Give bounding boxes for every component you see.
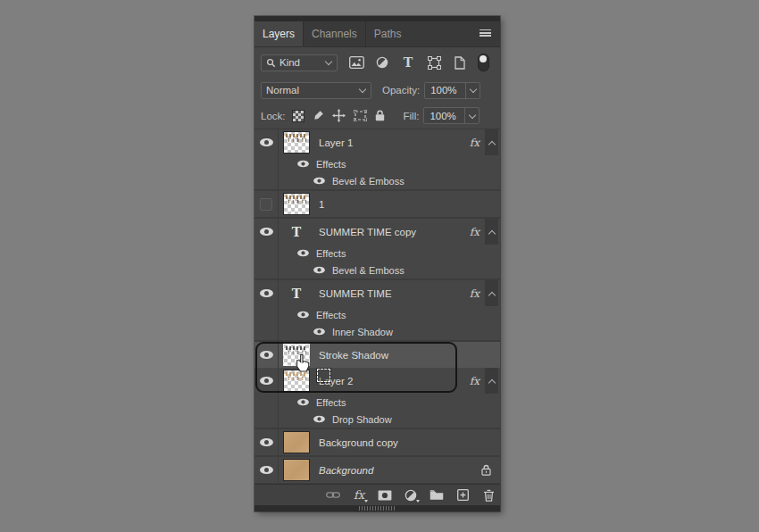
eye-icon (260, 138, 273, 146)
filter-type-buttons: T (346, 54, 489, 71)
effects-label: Effects (316, 310, 346, 320)
layer-thumbnail[interactable] (283, 344, 310, 366)
lock-transparency-icon[interactable] (292, 110, 304, 122)
collapse-effects-button[interactable] (485, 129, 498, 155)
visibility-toggle[interactable] (254, 368, 279, 394)
add-layer-mask-icon[interactable] (378, 488, 392, 503)
layer-row-summer-time-copy[interactable]: T SUMMER TIME copy fx (254, 219, 500, 245)
effect-row[interactable]: Bevel & Emboss (254, 262, 500, 278)
collapse-effects-button[interactable] (485, 368, 498, 394)
lock-all-icon[interactable] (375, 110, 385, 121)
fill-dropdown-button[interactable] (464, 108, 479, 123)
layer-name[interactable]: 1 (319, 199, 500, 210)
layer-thumbnail[interactable] (283, 193, 310, 215)
effect-name: Bevel & Emboss (332, 265, 405, 276)
layer-thumbnail[interactable] (283, 370, 310, 392)
pixel-layer-filter-icon[interactable] (346, 54, 366, 71)
text-layer-icon[interactable]: T (283, 225, 310, 239)
opacity-dropdown-button[interactable] (465, 83, 480, 98)
visibility-toggle[interactable] (254, 342, 279, 368)
visibility-toggle[interactable] (254, 129, 279, 155)
layer-thumbnail[interactable] (283, 131, 310, 154)
layer-name[interactable]: Background copy (319, 437, 500, 448)
eye-icon (260, 351, 273, 359)
eye-icon[interactable] (297, 312, 309, 319)
effect-row[interactable]: Bevel & Emboss (254, 172, 500, 189)
layer-row-background[interactable]: Background (254, 457, 500, 483)
delete-layer-icon[interactable] (481, 488, 496, 503)
layer-row-1[interactable]: 1 (254, 191, 500, 217)
opacity-label: Opacity: (382, 85, 420, 96)
effects-row[interactable]: Effects (254, 306, 500, 323)
collapse-effects-button[interactable] (485, 219, 498, 245)
opacity-value[interactable]: 100% (425, 85, 465, 96)
lock-row: Lock: Fill: 100% (254, 103, 500, 129)
add-adjustment-layer-icon[interactable] (404, 488, 418, 503)
layer-thumbnail[interactable] (283, 431, 310, 453)
add-layer-style-icon[interactable]: fx (352, 488, 366, 503)
chevron-up-icon (488, 229, 496, 236)
filter-row: Kind T (254, 47, 500, 78)
layer-group: 1 (254, 191, 500, 219)
panel-resize-strip[interactable] (254, 505, 500, 511)
layer-name[interactable]: Background (319, 465, 481, 476)
fill-field[interactable]: 100% (423, 107, 480, 124)
chevron-down-icon (470, 87, 477, 94)
smart-object-filter-icon[interactable] (450, 54, 470, 71)
eye-icon[interactable] (313, 416, 325, 423)
layer-group: Background copy (254, 429, 500, 457)
new-layer-icon[interactable] (455, 488, 470, 503)
type-layer-filter-icon[interactable]: T (398, 54, 418, 71)
visibility-toggle[interactable] (254, 219, 279, 245)
visibility-toggle[interactable] (254, 457, 279, 483)
fill-value[interactable]: 100% (424, 111, 464, 121)
layer-row-background-copy[interactable]: Background copy (254, 429, 500, 455)
layer-name[interactable]: Layer 1 (319, 137, 470, 148)
effect-row[interactable]: Inner Shadow (254, 323, 500, 340)
new-group-icon[interactable] (430, 488, 444, 503)
effect-row[interactable]: Drop Shadow (254, 411, 500, 428)
blend-row: Normal Opacity: 100% (254, 78, 500, 103)
effects-row[interactable]: Effects (254, 155, 500, 172)
shape-layer-filter-icon[interactable] (424, 54, 444, 71)
layer-row-stroke-shadow[interactable]: Stroke Shadow (254, 342, 500, 368)
effects-row[interactable]: Effects (254, 245, 500, 262)
tab-paths[interactable]: Paths (366, 21, 410, 46)
visibility-toggle[interactable] (254, 280, 279, 306)
link-layers-icon[interactable] (326, 488, 340, 503)
tab-channels[interactable]: Channels (304, 21, 366, 46)
effects-row[interactable]: Effects (254, 394, 500, 411)
lock-position-icon[interactable] (332, 109, 346, 122)
resize-grip-icon[interactable] (359, 506, 396, 511)
lock-artboard-icon[interactable] (354, 110, 367, 121)
eye-icon[interactable] (297, 250, 309, 257)
layer-name[interactable]: Stroke Shadow (319, 350, 500, 361)
eye-icon (260, 228, 273, 236)
visibility-toggle[interactable] (254, 191, 279, 217)
eye-icon[interactable] (313, 178, 325, 185)
layer-name[interactable]: SUMMER TIME copy (319, 227, 470, 237)
layer-name[interactable]: Layer 2 (319, 376, 470, 387)
layer-row-summer-time[interactable]: T SUMMER TIME fx (254, 280, 500, 306)
eye-icon[interactable] (297, 161, 309, 168)
eye-icon[interactable] (313, 328, 325, 336)
collapse-effects-button[interactable] (485, 280, 498, 306)
tab-layers[interactable]: Layers (254, 21, 304, 46)
layer-thumbnail[interactable] (283, 459, 310, 481)
kind-filter-select[interactable]: Kind (261, 54, 338, 71)
layer-row-layer1[interactable]: Layer 1 fx (254, 129, 500, 155)
adjustment-layer-filter-icon[interactable] (372, 54, 392, 71)
visibility-toggle[interactable] (254, 429, 279, 455)
eye-icon[interactable] (313, 267, 325, 274)
effects-label: Effects (316, 248, 346, 259)
layer-row-layer2[interactable]: Layer 2 fx (254, 368, 500, 394)
lock-pixels-icon[interactable] (313, 110, 324, 121)
chevron-down-icon (359, 87, 366, 94)
filter-toggle[interactable] (478, 54, 489, 71)
layer-name[interactable]: SUMMER TIME (319, 288, 470, 299)
opacity-field[interactable]: 100% (424, 82, 480, 99)
eye-icon[interactable] (297, 399, 309, 406)
blend-mode-select[interactable]: Normal (261, 82, 371, 99)
text-layer-icon[interactable]: T (283, 287, 310, 301)
panel-menu-icon[interactable] (480, 29, 491, 38)
